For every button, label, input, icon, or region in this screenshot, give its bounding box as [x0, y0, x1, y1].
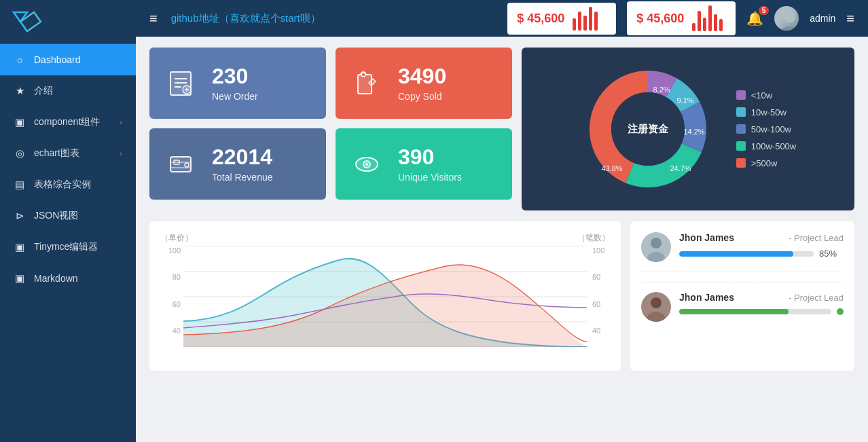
svg-point-33: [651, 238, 662, 248]
logo-icon: [11, 10, 43, 34]
chart-ylabel-right: （笔数）: [577, 232, 610, 244]
sidebar-item-markdown[interactable]: ▣ Markdown: [0, 263, 136, 294]
sidebar-item-label: echart图表: [34, 147, 79, 160]
menu-icon[interactable]: ≡: [149, 11, 158, 26]
sidebar-item-label: 表格综合实例: [34, 179, 91, 191]
progress-dot-2: [837, 308, 844, 315]
person-row-1: Jhon James - Project Lead 85%: [641, 232, 844, 272]
sidebar-logo: [0, 0, 136, 44]
bar: [583, 16, 587, 31]
legend-label-10w: <10w: [751, 90, 772, 100]
stat-label-new-order: New Order: [212, 91, 258, 102]
legend-dot-50w: [736, 107, 746, 117]
markdown-icon: ▣: [14, 272, 26, 284]
stat-card-body-copy-sold: 3490 Copy Sold: [398, 65, 446, 102]
svg-point-20: [365, 163, 368, 166]
stat-label-copy-sold: Copy Sold: [398, 91, 446, 102]
legend-item-500w-plus: >500w: [736, 158, 797, 168]
sidebar-navigation: ○ Dashboard ★ 介绍 ▣ component组件 › ◎ echar…: [0, 44, 136, 442]
echart-icon: ◎: [14, 147, 26, 160]
unique-visitors-icon: [349, 147, 384, 182]
legend-item-100w: 50w-100w: [736, 124, 797, 134]
legend-dot-500w: [736, 141, 746, 151]
dashboard-icon: ○: [14, 54, 26, 66]
bar: [714, 14, 717, 31]
component-icon: ▣: [14, 116, 26, 128]
github-link[interactable]: github地址（喜欢就点个start呗）: [171, 12, 508, 25]
chart-ylabel-left: （单价）: [160, 232, 193, 244]
sidebar-item-table[interactable]: ▤ 表格综合实例: [0, 169, 136, 200]
sidebar-item-tinymce[interactable]: ▣ Tinymce编辑器: [0, 232, 136, 263]
donut-label-50w: 9.1%: [676, 96, 693, 105]
topbar-menu-dots[interactable]: ≡: [846, 11, 854, 26]
legend-label-500w-plus: >500w: [751, 158, 778, 168]
donut-label-500w: 24.7%: [670, 164, 691, 172]
svg-marker-0: [14, 12, 27, 22]
main-area: ≡ github地址（喜欢就点个start呗） $ 45,600 $ 45,60…: [136, 0, 868, 442]
sidebar-item-label: component组件: [34, 116, 100, 128]
table-icon: ▤: [14, 179, 26, 191]
sidebar-item-label: Tinymce编辑器: [34, 241, 98, 253]
stat-card-total-revenue: 22014 Total Revenue: [149, 128, 326, 200]
donut-chart: 8.2% 9.1% 14.2% 24.7% 43.8% 注册资金: [580, 61, 716, 197]
total-revenue-icon: [163, 147, 198, 182]
progress-fill-2: [679, 309, 789, 314]
stat-number-new-order: 230: [212, 65, 258, 87]
people-panel: Jhon James - Project Lead 85%: [630, 221, 854, 371]
donut-label-500w-plus: 43.8%: [601, 164, 622, 172]
progress-pct-1: 85%: [819, 248, 844, 259]
svg-rect-13: [170, 157, 191, 172]
stat-amount-2: $ 45,600: [636, 12, 684, 26]
bar: [594, 12, 598, 31]
person-info-1: Jhon James - Project Lead 85%: [679, 232, 844, 259]
svg-point-26: [611, 92, 685, 166]
sidebar-item-echart[interactable]: ◎ echart图表 ›: [0, 138, 136, 169]
bar: [719, 19, 723, 31]
stats-cards: 230 New Order 3490 Co: [149, 48, 512, 200]
user-avatar[interactable]: [774, 6, 799, 31]
content-area: 230 New Order 3490 Co: [136, 37, 868, 442]
notification-bell[interactable]: 🔔 5: [746, 10, 763, 26]
sidebar-item-label: JSON视图: [34, 210, 78, 222]
progress-fill-1: [679, 251, 793, 257]
person-name-2: Jhon James: [679, 292, 734, 303]
new-order-icon: [163, 66, 198, 101]
legend-dot-500w-plus: [736, 158, 746, 168]
sidebar-item-json[interactable]: ⊳ JSON视图: [0, 200, 136, 232]
svg-line-2: [20, 22, 27, 31]
y-label-60: 60: [160, 300, 181, 308]
topbar-right: $ 45,600 $ 45,600: [507, 1, 854, 35]
donut-svg: 8.2% 9.1% 14.2% 24.7% 43.8%: [580, 61, 716, 197]
legend-dot-10w: [736, 90, 746, 100]
y-label-r80: 80: [592, 273, 610, 281]
sidebar-item-intro[interactable]: ★ 介绍: [0, 75, 136, 107]
bar: [698, 11, 701, 31]
stat-amount-1: $ 45,600: [517, 12, 564, 26]
svg-point-4: [780, 26, 799, 31]
mini-bar-chart-2: [692, 5, 723, 31]
legend-label-50w: 10w-50w: [751, 107, 786, 117]
intro-icon: ★: [14, 85, 26, 97]
person-role-2: - Project Lead: [789, 293, 844, 303]
sidebar-item-component[interactable]: ▣ component组件 ›: [0, 107, 136, 138]
sidebar-item-label: 介绍: [34, 85, 53, 97]
svg-point-3: [783, 11, 795, 23]
stat-number-copy-sold: 3490: [398, 65, 446, 87]
donut-label-100w: 14.2%: [683, 128, 704, 136]
topbar: ≡ github地址（喜欢就点个start呗） $ 45,600 $ 45,60…: [136, 0, 868, 37]
copy-sold-icon: [349, 66, 384, 101]
avatar-jhon1: [641, 232, 671, 262]
person-info-2: Jhon James - Project Lead: [679, 292, 844, 315]
sidebar: ○ Dashboard ★ 介绍 ▣ component组件 › ◎ echar…: [0, 0, 136, 442]
avatar-jhon2: [641, 292, 671, 322]
donut-chart-section: 8.2% 9.1% 14.2% 24.7% 43.8% 注册资金 <10w: [522, 48, 854, 210]
y-label-r100: 100: [592, 246, 610, 255]
sidebar-item-label: Dashboard: [34, 54, 81, 65]
line-chart-section: （单价） （笔数） 100 80 60 40 100 80 60: [149, 221, 621, 371]
svg-point-36: [651, 297, 662, 308]
bar: [708, 5, 712, 31]
sidebar-item-dashboard[interactable]: ○ Dashboard: [0, 44, 136, 75]
tinymce-icon: ▣: [14, 241, 26, 253]
sidebar-item-label: Markdown: [34, 273, 78, 284]
username-label[interactable]: admin: [810, 13, 835, 24]
